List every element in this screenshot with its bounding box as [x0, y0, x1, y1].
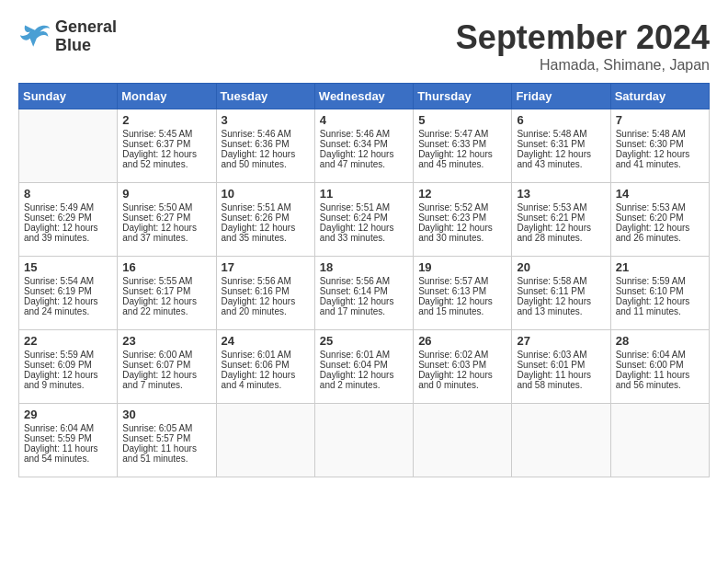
day-number: 11 [320, 187, 408, 201]
week-row-1: 2Sunrise: 5:45 AMSunset: 6:37 PMDaylight… [19, 109, 710, 183]
calendar-cell: 9Sunrise: 5:50 AMSunset: 6:27 PMDaylight… [118, 183, 216, 257]
day-number: 15 [24, 260, 112, 274]
header-monday: Monday [118, 84, 216, 109]
day-number: 12 [418, 187, 506, 201]
sunrise-text: Sunrise: 5:52 AM [418, 202, 488, 213]
week-row-3: 15Sunrise: 5:54 AMSunset: 6:19 PMDayligh… [19, 257, 710, 330]
daylight-text: Daylight: 12 hours and 13 minutes. [517, 296, 591, 316]
sunset-text: Sunset: 5:59 PM [24, 433, 92, 443]
day-number: 19 [418, 260, 506, 274]
calendar-cell [414, 404, 512, 477]
calendar-cell: 28Sunrise: 6:04 AMSunset: 6:00 PMDayligh… [610, 330, 709, 404]
sunset-text: Sunset: 6:11 PM [517, 286, 585, 296]
sunset-text: Sunset: 6:24 PM [320, 213, 388, 223]
header-sunday: Sunday [19, 84, 118, 109]
sunrise-text: Sunrise: 6:04 AM [24, 423, 94, 433]
calendar-cell [19, 109, 118, 183]
calendar-cell: 30Sunrise: 6:05 AMSunset: 5:57 PMDayligh… [118, 404, 216, 477]
day-number: 30 [122, 408, 210, 421]
header-tuesday: Tuesday [216, 84, 314, 109]
daylight-text: Daylight: 12 hours and 47 minutes. [320, 149, 394, 169]
sunrise-text: Sunrise: 5:49 AM [24, 202, 94, 213]
daylight-text: Daylight: 11 hours and 54 minutes. [24, 443, 98, 464]
month-title: September 2024 [456, 18, 710, 57]
day-number: 22 [24, 334, 112, 348]
day-number: 2 [122, 113, 210, 127]
sunset-text: Sunset: 6:16 PM [222, 286, 290, 296]
daylight-text: Daylight: 12 hours and 7 minutes. [122, 370, 197, 390]
sunrise-text: Sunrise: 6:01 AM [320, 350, 390, 360]
daylight-text: Daylight: 12 hours and 26 minutes. [616, 223, 690, 243]
calendar-cell: 17Sunrise: 5:56 AMSunset: 6:16 PMDayligh… [216, 257, 314, 330]
sunset-text: Sunset: 6:37 PM [122, 139, 190, 149]
daylight-text: Daylight: 12 hours and 15 minutes. [418, 296, 493, 316]
header-saturday: Saturday [610, 84, 709, 109]
sunrise-text: Sunrise: 5:51 AM [222, 202, 291, 213]
calendar-cell: 15Sunrise: 5:54 AMSunset: 6:19 PMDayligh… [19, 257, 118, 330]
sunset-text: Sunset: 6:21 PM [517, 213, 585, 223]
sunset-text: Sunset: 6:04 PM [320, 360, 388, 370]
logo: General Blue [18, 18, 117, 55]
sunrise-text: Sunrise: 5:53 AM [616, 202, 686, 213]
daylight-text: Daylight: 11 hours and 56 minutes. [616, 370, 690, 390]
sunset-text: Sunset: 6:36 PM [222, 139, 290, 149]
day-number: 9 [122, 187, 210, 201]
calendar-cell: 6Sunrise: 5:48 AMSunset: 6:31 PMDaylight… [512, 109, 610, 183]
daylight-text: Daylight: 12 hours and 9 minutes. [24, 370, 98, 390]
day-number: 23 [122, 334, 210, 348]
calendar-cell: 26Sunrise: 6:02 AMSunset: 6:03 PMDayligh… [414, 330, 512, 404]
daylight-text: Daylight: 12 hours and 41 minutes. [616, 149, 690, 169]
daylight-text: Daylight: 12 hours and 52 minutes. [122, 149, 197, 169]
sunset-text: Sunset: 6:14 PM [320, 286, 388, 296]
location-title: Hamada, Shimane, Japan [456, 57, 710, 74]
week-row-4: 22Sunrise: 5:59 AMSunset: 6:09 PMDayligh… [19, 330, 710, 404]
calendar-cell: 25Sunrise: 6:01 AMSunset: 6:04 PMDayligh… [314, 330, 413, 404]
daylight-text: Daylight: 12 hours and 45 minutes. [418, 149, 493, 169]
daylight-text: Daylight: 12 hours and 50 minutes. [222, 149, 296, 169]
day-number: 3 [222, 113, 310, 127]
day-number: 25 [320, 334, 408, 348]
week-row-5: 29Sunrise: 6:04 AMSunset: 5:59 PMDayligh… [19, 404, 710, 477]
day-number: 13 [517, 187, 605, 201]
sunrise-text: Sunrise: 5:59 AM [24, 350, 94, 360]
daylight-text: Daylight: 12 hours and 39 minutes. [24, 223, 98, 243]
calendar-cell: 5Sunrise: 5:47 AMSunset: 6:33 PMDaylight… [414, 109, 512, 183]
sunrise-text: Sunrise: 5:46 AM [320, 129, 390, 139]
sunrise-text: Sunrise: 5:45 AM [122, 129, 192, 139]
day-number: 5 [418, 113, 506, 127]
sunset-text: Sunset: 6:34 PM [320, 139, 388, 149]
sunset-text: Sunset: 6:30 PM [616, 139, 684, 149]
sunrise-text: Sunrise: 6:03 AM [517, 350, 586, 360]
sunset-text: Sunset: 6:19 PM [24, 286, 92, 296]
title-block: September 2024 Hamada, Shimane, Japan [456, 18, 710, 74]
calendar-cell: 24Sunrise: 6:01 AMSunset: 6:06 PMDayligh… [216, 330, 314, 404]
logo-bird-icon [18, 23, 51, 51]
day-number: 26 [418, 334, 506, 348]
calendar-header: SundayMondayTuesdayWednesdayThursdayFrid… [19, 84, 710, 109]
sunrise-text: Sunrise: 5:56 AM [320, 276, 390, 286]
sunset-text: Sunset: 6:13 PM [418, 286, 486, 296]
sunrise-text: Sunrise: 5:58 AM [517, 276, 586, 286]
calendar-cell: 4Sunrise: 5:46 AMSunset: 6:34 PMDaylight… [314, 109, 413, 183]
calendar-cell: 8Sunrise: 5:49 AMSunset: 6:29 PMDaylight… [19, 183, 118, 257]
day-number: 6 [517, 113, 605, 127]
sunset-text: Sunset: 6:09 PM [24, 360, 92, 370]
header-row: SundayMondayTuesdayWednesdayThursdayFrid… [19, 84, 710, 109]
day-number: 4 [320, 113, 408, 127]
sunset-text: Sunset: 6:20 PM [616, 213, 684, 223]
sunset-text: Sunset: 6:27 PM [122, 213, 190, 223]
sunset-text: Sunset: 6:31 PM [517, 139, 585, 149]
day-number: 20 [517, 260, 605, 274]
day-number: 10 [222, 187, 310, 201]
daylight-text: Daylight: 12 hours and 17 minutes. [320, 296, 394, 316]
daylight-text: Daylight: 12 hours and 0 minutes. [418, 370, 493, 390]
header-friday: Friday [512, 84, 610, 109]
sunset-text: Sunset: 6:17 PM [122, 286, 190, 296]
sunrise-text: Sunrise: 5:54 AM [24, 276, 94, 286]
day-number: 28 [616, 334, 704, 348]
calendar-cell [610, 404, 709, 477]
calendar-cell [216, 404, 314, 477]
sunset-text: Sunset: 6:26 PM [222, 213, 290, 223]
sunset-text: Sunset: 6:10 PM [616, 286, 684, 296]
daylight-text: Daylight: 12 hours and 11 minutes. [616, 296, 690, 316]
